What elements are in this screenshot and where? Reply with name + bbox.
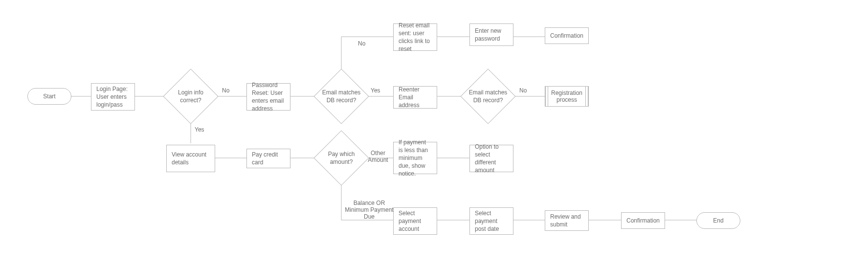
process-if-less-than-min: If payment is less than minimum due, sho… — [393, 142, 437, 174]
label: Login Page: User enters login/pass — [96, 85, 130, 109]
label: Email matches DB record? — [319, 89, 363, 104]
process-select-post-date: Select payment post date — [469, 207, 513, 235]
label: If payment is less than minimum due, sho… — [399, 138, 432, 178]
decision-email-match-1: Email matches DB record? — [322, 77, 361, 116]
label: Select payment post date — [475, 209, 508, 233]
process-reset-email-sent: Reset email sent: user clicks link to re… — [393, 23, 437, 51]
label: Confirmation — [550, 32, 583, 40]
edge-label-other-amount: Other Amount — [364, 150, 392, 163]
process-confirmation-2: Confirmation — [621, 212, 665, 229]
label: Password Reset: User enters email addres… — [252, 81, 285, 113]
terminator-start: Start — [27, 88, 71, 105]
label: Reenter Email address — [399, 86, 432, 110]
edge-label-yes-1: Yes — [195, 126, 204, 133]
label: Email matches DB record? — [466, 89, 510, 104]
process-select-payment-account: Select payment account — [393, 207, 437, 235]
process-reenter-email: Reenter Email address — [393, 86, 437, 109]
edge-label-yes-2: Yes — [371, 87, 380, 94]
process-login-page: Login Page: User enters login/pass — [91, 83, 135, 111]
label: End — [713, 217, 723, 224]
edge-label-no-2: No — [358, 40, 365, 47]
label: Review and submit — [550, 213, 583, 228]
flowchart-canvas: Start Login Page: User enters login/pass… — [0, 0, 868, 269]
label: Pay which amount? — [319, 150, 363, 166]
edge-label-no-3: No — [519, 87, 527, 94]
process-option-different-amount: Option to select different amount — [469, 145, 513, 172]
label: View account details — [172, 151, 210, 166]
decision-login-correct: Login info correct? — [171, 77, 210, 116]
label: Pay credit card — [252, 151, 285, 166]
process-password-reset: Password Reset: User enters email addres… — [246, 83, 290, 111]
decision-pay-which-amount: Pay which amount? — [322, 138, 361, 178]
subprocess-registration: Registration process — [545, 86, 589, 107]
label: Reset email sent: user clicks link to re… — [399, 22, 432, 53]
label: Select payment account — [399, 209, 432, 233]
decision-email-match-2: Email matches DB record? — [468, 77, 508, 116]
label: Registration process — [545, 90, 588, 103]
edge-label-no-1: No — [222, 87, 229, 94]
label: Enter new password — [475, 27, 508, 43]
process-pay-credit-card: Pay credit card — [246, 149, 290, 168]
process-confirmation-1: Confirmation — [545, 27, 589, 44]
label: Start — [43, 93, 55, 100]
process-enter-new-password: Enter new password — [469, 23, 513, 46]
label: Confirmation — [626, 217, 660, 224]
label: Login info correct? — [169, 89, 213, 104]
label: Option to select different amount — [475, 143, 508, 175]
terminator-end: End — [696, 212, 740, 229]
process-view-account: View account details — [166, 145, 215, 172]
process-review-submit: Review and submit — [545, 210, 589, 231]
edge-label-balance-or-min: Balance OR Minimum Payment Due — [342, 200, 396, 220]
